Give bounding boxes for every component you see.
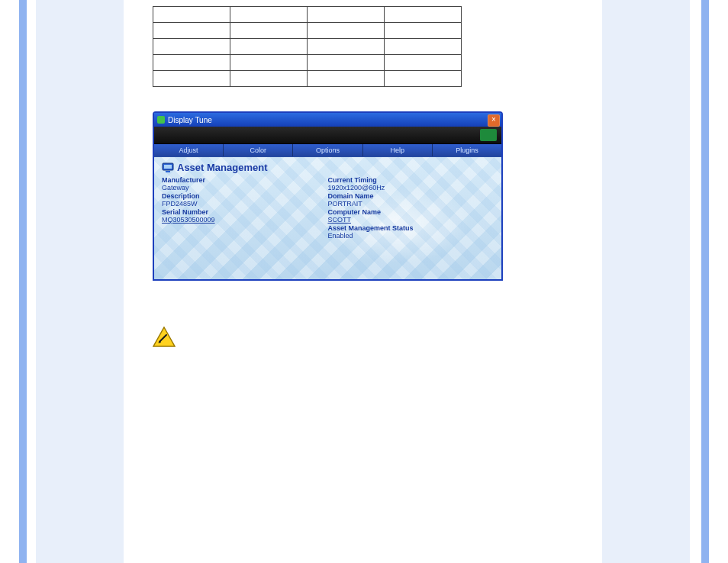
app-favicon (157, 116, 165, 124)
tab-color[interactable]: Color (224, 144, 293, 156)
right-column: Current Timing1920x1200@60HzDomain NameP… (328, 175, 494, 240)
right-label: Current Timing (328, 176, 494, 184)
window-toolbar (154, 127, 501, 144)
right-value: PORTRAIT (328, 200, 494, 208)
table-cell (230, 71, 308, 87)
main-content: Display Tune × AdjustColorOptionsHelpPlu… (153, 0, 580, 349)
window-title: Display Tune (168, 116, 212, 124)
left-label: Serial Number (162, 208, 328, 216)
left-value: Gateway (162, 184, 328, 191)
table-cell (153, 55, 230, 71)
right-value: SCOTT (328, 216, 494, 224)
table-cell (230, 39, 308, 55)
table-cell (385, 55, 462, 71)
left-label: Manufacturer (162, 176, 328, 184)
table-cell (385, 7, 462, 23)
window-tabs: AdjustColorOptionsHelpPlugins (154, 144, 501, 156)
right-label: Computer Name (328, 208, 494, 216)
display-tune-window: Display Tune × AdjustColorOptionsHelpPlu… (153, 111, 503, 281)
table-cell (385, 71, 462, 87)
table-cell (230, 7, 308, 23)
table-cell (153, 39, 230, 55)
table-cell (385, 23, 462, 39)
write-caution-icon (153, 327, 176, 348)
window-titlebar[interactable]: Display Tune × (154, 113, 501, 127)
table-row (153, 23, 462, 39)
sidebar-right (602, 0, 690, 563)
panel-heading: Asset Management (162, 162, 494, 173)
warning-row (153, 327, 580, 349)
right-label: Asset Management Status (328, 224, 494, 232)
svg-rect-1 (164, 165, 172, 169)
tab-adjust[interactable]: Adjust (154, 144, 224, 156)
sidebar-left (36, 0, 124, 563)
window-body: Asset Management ManufacturerGatewayDesc… (154, 156, 501, 279)
page-accent-right (701, 0, 709, 563)
table-cell (308, 23, 385, 39)
tab-help[interactable]: Help (363, 144, 433, 156)
table-cell (153, 23, 230, 39)
close-icon: × (491, 115, 496, 124)
left-value: MQ30530500009 (162, 216, 328, 224)
svg-rect-2 (166, 171, 170, 172)
table-cell (308, 39, 385, 55)
right-label: Domain Name (328, 192, 494, 200)
table-cell (153, 7, 230, 23)
table-cell (385, 39, 462, 55)
monitor-icon (162, 162, 174, 173)
table-cell (308, 7, 385, 23)
table-cell (230, 55, 308, 71)
panel-heading-text: Asset Management (177, 162, 267, 173)
table-cell (308, 55, 385, 71)
right-value: Enabled (328, 232, 494, 240)
tab-options[interactable]: Options (293, 144, 362, 156)
table-row (153, 55, 462, 71)
table-row (153, 39, 462, 55)
right-value: 1920x1200@60Hz (328, 184, 494, 191)
table-row (153, 71, 462, 87)
page-accent-left (19, 0, 27, 563)
table-row (153, 7, 462, 23)
left-label: Description (162, 192, 328, 200)
left-column: ManufacturerGatewayDescriptionFPD2485WSe… (162, 175, 328, 240)
table-cell (308, 71, 385, 87)
tab-plugins[interactable]: Plugins (433, 144, 501, 156)
toolbar-button[interactable] (480, 129, 497, 141)
empty-table (153, 6, 462, 87)
table-cell (230, 23, 308, 39)
close-button[interactable]: × (488, 114, 500, 127)
table-cell (153, 71, 230, 87)
left-value: FPD2485W (162, 200, 328, 208)
